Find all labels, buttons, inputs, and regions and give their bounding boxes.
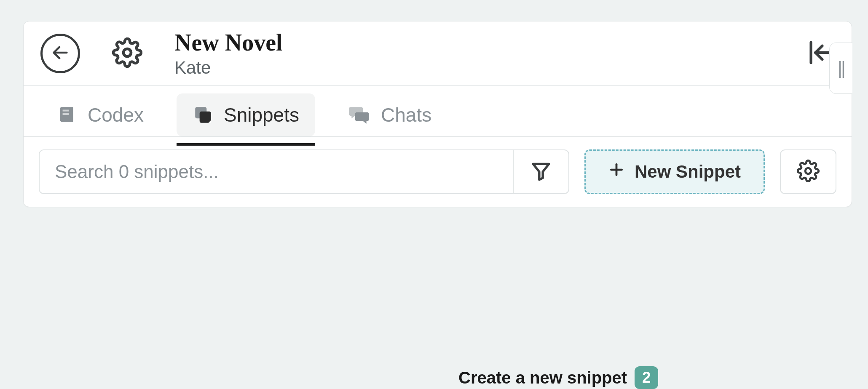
search-group [39,149,569,194]
book-icon [56,104,78,125]
gear-icon [112,37,142,69]
gear-icon [797,160,820,184]
svg-rect-4 [63,110,69,112]
header: New Novel Kate || [24,21,852,86]
snippet-settings-button[interactable] [780,149,836,194]
funnel-icon [530,160,552,183]
tab-label: Codex [88,104,144,126]
tab-label: Chats [381,104,431,126]
svg-rect-7 [200,112,211,123]
project-title: New Novel [174,29,283,56]
tab-codex[interactable]: Codex [40,93,160,136]
onboarding-hint: Create a new snippet 2 [458,366,658,389]
svg-point-11 [805,168,811,174]
search-input[interactable] [40,150,513,193]
right-drag-handle[interactable]: || [829,43,852,94]
grip-icon: || [838,58,844,78]
svg-rect-5 [63,113,69,115]
tabs: Codex Snippets Chats [24,86,852,137]
snippets-icon [193,104,214,125]
main-panel: New Novel Kate || Codex Snippets [23,21,852,207]
tab-label: Snippets [224,104,299,126]
new-snippet-label: New Snippet [635,162,741,182]
plus-icon [608,162,624,182]
back-button[interactable] [40,34,80,73]
tab-chats[interactable]: Chats [332,93,447,136]
toolbar: New Snippet [24,137,852,207]
new-snippet-button[interactable]: New Snippet [584,149,765,194]
step-badge: 2 [635,366,658,389]
project-settings-button[interactable] [110,36,145,71]
hint-text: Create a new snippet [458,368,627,387]
tab-snippets[interactable]: Snippets [177,93,315,136]
author-name: Kate [174,58,283,78]
svg-point-1 [123,49,131,56]
chat-icon [348,104,371,125]
project-titles: New Novel Kate [174,29,283,78]
filter-button[interactable] [513,150,568,193]
svg-marker-8 [533,164,549,180]
arrow-left-icon [51,43,70,64]
